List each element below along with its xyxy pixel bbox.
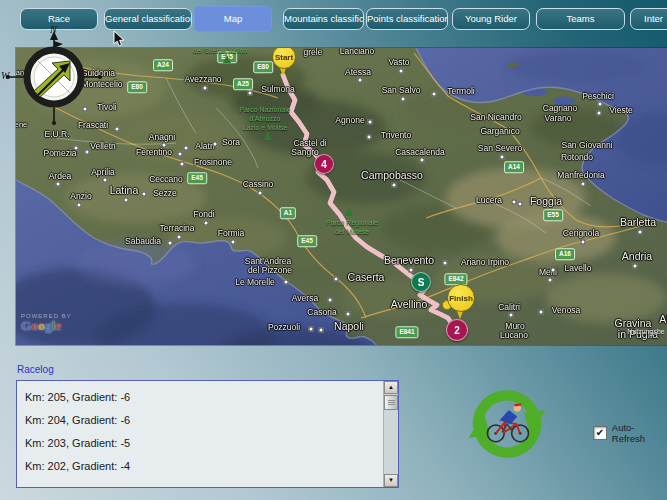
tab-young-rider[interactable]: Young Rider <box>452 8 530 30</box>
racelog-entry[interactable]: Km: 203, Gradient: -5 <box>25 432 384 455</box>
app-window: RaceGeneral classificationMapMountains c… <box>0 0 667 500</box>
racelog-scrollbar[interactable]: ▲ ▼ <box>383 381 398 487</box>
compass-rose: N W <box>4 27 104 127</box>
marker-finish: Finish <box>447 284 475 312</box>
mouse-cursor <box>113 31 125 51</box>
tab-points-classification[interactable]: Points classification <box>366 8 448 30</box>
compass-north-label: N <box>50 24 57 35</box>
tab-general-classification[interactable]: General classification <box>104 8 192 30</box>
auto-refresh-checkbox[interactable]: ✔ <box>593 426 607 440</box>
scrollbar-down-icon[interactable]: ▼ <box>384 474 398 487</box>
refresh-indicator[interactable] <box>464 381 550 467</box>
map-attribution: POWERED BY Google <box>21 313 72 333</box>
compass-icon <box>4 27 104 127</box>
auto-refresh-control[interactable]: ✔ Auto-Refresh <box>593 422 667 444</box>
scrollbar-up-icon[interactable]: ▲ <box>384 381 398 394</box>
marker-2: 2 <box>446 319 468 341</box>
racelog-title: Racelog <box>17 364 54 375</box>
scrollbar-thumb[interactable] <box>384 395 398 410</box>
compass-west-label: W <box>1 70 9 81</box>
racelog-listbox[interactable]: Km: 205, Gradient: -6Km: 204, Gradient: … <box>16 380 399 488</box>
cyclist-icon <box>487 404 528 441</box>
marker-4: 4 <box>314 154 334 174</box>
racelog-entry[interactable]: Km: 202, Gradient: -4 <box>25 455 384 478</box>
racelog-entry[interactable]: Km: 204, Gradient: -6 <box>25 409 384 432</box>
auto-refresh-label: Auto-Refresh <box>612 422 667 444</box>
tab-teams[interactable]: Teams <box>536 8 625 30</box>
refresh-arrows-icon <box>464 381 550 467</box>
google-logo[interactable]: Google <box>21 319 72 333</box>
tab-map[interactable]: Map <box>194 6 272 32</box>
marker-start: Start <box>272 48 296 69</box>
racelog-entry[interactable]: Km: 205, Gradient: -6 <box>25 386 384 409</box>
tab-mountains-classifica[interactable]: Mountains classifica <box>283 8 364 30</box>
map-view[interactable]: aneneGuidoniaMontecelioTivoliFrascatiE.U… <box>16 48 667 345</box>
tab-inter[interactable]: Inter <box>630 8 667 30</box>
marker-s: S <box>411 272 431 292</box>
